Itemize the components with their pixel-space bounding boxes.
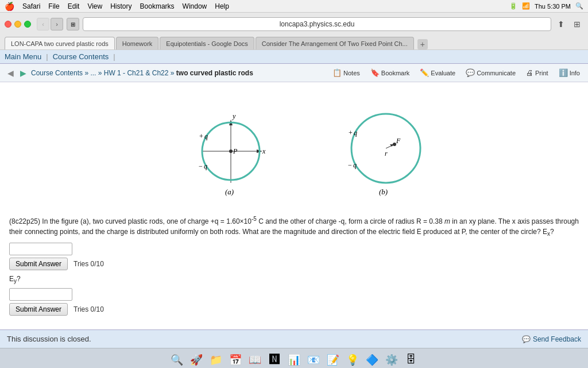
ey-answer-row [9, 288, 579, 301]
apple-menu[interactable]: 🍎 [5, 2, 14, 11]
tab-equipotentials[interactable]: Equipotentials - Google Docs [160, 37, 254, 49]
dock-finder2[interactable]: 🗄 [403, 351, 420, 369]
menu-bookmarks[interactable]: Bookmarks [140, 2, 175, 10]
ex-input[interactable] [9, 243, 72, 255]
ey-tries: Tries 0/10 [74, 305, 104, 313]
footer-bar: This discussion is closed. 💬 Send Feedba… [0, 329, 588, 348]
tab-loncapa[interactable]: LON-CAPA two curved plastic rods [5, 37, 115, 49]
menu-help[interactable]: Help [215, 2, 229, 10]
info-icon: ℹ️ [559, 68, 568, 77]
dock-finder[interactable]: 🔍 [168, 351, 185, 369]
tab-label: Homework [122, 40, 153, 47]
feedback-icon: 💬 [522, 335, 531, 343]
ey-input[interactable] [9, 288, 72, 301]
menu-file[interactable]: File [48, 2, 59, 10]
breadcrumb-bar: ◀ ▶ Course Contents » ... » HW 1 - Ch21 … [0, 64, 588, 82]
menu-safari[interactable]: Safari [22, 2, 40, 10]
browser-tabs: LON-CAPA two curved plastic rods Homewor… [0, 36, 588, 49]
problem-text: (8c22p25) In the figure (a), two curved … [9, 214, 579, 238]
evaluate-icon: ✏️ [420, 68, 429, 77]
diagram-b: + q − q F r (b) [328, 94, 443, 209]
menu-edit[interactable]: Edit [68, 2, 80, 10]
mac-menubar: 🍎 Safari File Edit View History Bookmark… [0, 0, 588, 13]
new-tab-plus-button[interactable]: + [417, 39, 428, 49]
back-button[interactable]: ‹ [37, 18, 49, 30]
main-menu-link[interactable]: Main Menu [5, 52, 41, 61]
communicate-label: Communicate [477, 70, 516, 76]
nav-divider2: | [113, 52, 115, 61]
communicate-button[interactable]: 💬 Communicate [462, 67, 519, 78]
bookmark-button[interactable]: 🔖 Bookmark [367, 67, 413, 78]
dock-apps[interactable]: 📁 [207, 351, 225, 369]
close-button[interactable] [5, 21, 11, 28]
print-label: Print [535, 70, 548, 76]
dock-outlook[interactable]: 📧 [305, 351, 322, 369]
svg-text:−: − [199, 162, 203, 170]
evaluate-label: Evaluate [431, 70, 455, 76]
traffic-lights [5, 21, 31, 28]
footer-text: This discussion is closed. [7, 335, 91, 343]
search-icon[interactable]: 🔍 [575, 2, 583, 10]
menu-view[interactable]: View [87, 2, 102, 10]
course-contents-link[interactable]: Course Contents [53, 52, 109, 61]
tab-arrangement[interactable]: Consider The Arrangement Of Two Fixed Po… [256, 37, 414, 49]
svg-text:q: q [204, 162, 207, 170]
dock-powerpoint[interactable]: 📊 [285, 351, 303, 369]
tab-expand-button[interactable]: ⊞ [67, 18, 79, 30]
svg-text:(a): (a) [225, 187, 234, 196]
dock-excel[interactable]: 📝 [324, 351, 342, 369]
communicate-icon: 💬 [466, 68, 475, 77]
svg-text:+: + [199, 132, 203, 140]
tab-homework[interactable]: Homework [116, 37, 159, 49]
forward-button[interactable]: › [51, 18, 63, 30]
submit-ex-button[interactable]: Submit Answer [9, 258, 68, 270]
nav-divider: | [46, 52, 48, 61]
evaluate-button[interactable]: ✏️ Evaluate [416, 67, 459, 78]
clock: Thu 5:30 PM [535, 3, 571, 10]
tab-label: Equipotentials - Google Docs [166, 40, 247, 47]
info-label: Info [570, 70, 580, 76]
address-bar[interactable]: loncapa3.physics.sc.edu [83, 17, 551, 31]
breadcrumb-current: two curved plastic rods [176, 69, 253, 77]
share-button[interactable]: ⬆ [555, 18, 567, 30]
svg-text:q: q [353, 161, 357, 169]
maximize-button[interactable] [24, 21, 31, 28]
minimize-button[interactable] [14, 21, 21, 28]
breadcrumb-forward[interactable]: ▶ [17, 68, 29, 78]
main-content: P x y + q − q (a) + q − q F [0, 82, 588, 329]
breadcrumb-back[interactable]: ◀ [5, 68, 16, 78]
breadcrumb: Course Contents » ... » HW 1 - Ch21 & Ch… [31, 69, 253, 77]
new-tab-button[interactable]: ⊞ [571, 18, 583, 30]
notes-button[interactable]: 📋 Notes [329, 67, 363, 78]
diagram-a: P x y + q − q (a) [145, 94, 328, 209]
svg-text:+: + [349, 129, 353, 137]
ex-answer-row [9, 243, 579, 255]
send-feedback-button[interactable]: 💬 Send Feedback [522, 335, 581, 343]
dock-settings[interactable]: ⚙️ [383, 351, 400, 369]
tab-label: LON-CAPA two curved plastic rods [11, 40, 109, 47]
menu-history[interactable]: History [110, 2, 131, 10]
svg-text:q: q [204, 132, 208, 140]
ey-label: Ey? [9, 275, 579, 284]
svg-text:y: y [232, 112, 236, 120]
battery-icon: 🔋 [509, 2, 517, 10]
breadcrumb-tools: 📋 Notes 🔖 Bookmark ✏️ Evaluate 💬 Communi… [329, 67, 583, 78]
submit-ey-button[interactable]: Submit Answer [9, 303, 68, 316]
print-button[interactable]: 🖨 Print [523, 67, 552, 78]
ex-tries: Tries 0/10 [74, 260, 104, 268]
dock-launchpad[interactable]: 🚀 [188, 351, 205, 369]
dock-vmware[interactable]: 🔷 [363, 351, 381, 369]
print-icon: 🖨 [526, 68, 533, 77]
notes-icon: 📋 [332, 68, 342, 77]
svg-text:(b): (b) [379, 187, 388, 196]
notes-label: Notes [343, 70, 360, 76]
svg-text:x: x [262, 147, 266, 155]
info-button[interactable]: ℹ️ Info [555, 67, 583, 78]
dock-word[interactable]: 💡 [344, 351, 361, 369]
menu-window[interactable]: Window [183, 2, 207, 10]
dock-notes[interactable]: 🅽 [266, 351, 283, 369]
dock-books[interactable]: 📖 [246, 351, 264, 369]
dock: 🔍 🚀 📁 📅 📖 🅽 📊 📧 📝 💡 🔷 ⚙️ 🗄 [0, 348, 588, 368]
dock-calendar[interactable]: 📅 [227, 351, 244, 369]
breadcrumb-link[interactable]: Course Contents » ... » HW 1 - Ch21 & Ch… [31, 69, 174, 77]
